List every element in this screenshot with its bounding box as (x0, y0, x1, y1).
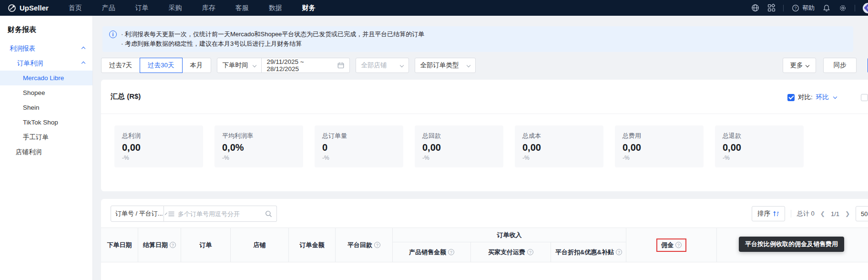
question-circle-icon[interactable] (374, 242, 380, 248)
col-order-date[interactable]: 下单日期 (101, 228, 138, 262)
col-order[interactable]: 订单 (181, 228, 231, 262)
sync-button[interactable]: 同步 (823, 58, 857, 73)
filter-row: 过去7天 过去30天 本月 下单时间 29/11/2025 ~ 28/12/20… (101, 58, 868, 73)
svg-text:?: ? (795, 6, 797, 10)
order-search-input[interactable] (178, 210, 262, 218)
nav-divider (855, 5, 855, 11)
user-avatar[interactable]: S (863, 3, 868, 13)
question-circle-icon[interactable] (527, 249, 533, 255)
more-button[interactable]: 更多 (783, 58, 816, 73)
col-settle-date[interactable]: 结算日期 (138, 228, 181, 262)
summary-card: 汇总 (R$) 对比: 环比 显 总利润 0,00 -% 平均利润率 (101, 80, 868, 191)
total-count: 总计 0 (797, 209, 815, 218)
commission-red-annotation-box: 佣金 (656, 239, 686, 252)
info-line-2: · 考虑到账单数据的稳定性，建议在本月3号以后进行上月财务结算 (121, 39, 424, 49)
search-icon[interactable] (265, 210, 272, 218)
language-globe-icon[interactable] (751, 4, 759, 12)
compare-mode-select[interactable]: 环比 (816, 93, 837, 102)
sidebar-item-mercado-libre[interactable]: Mercado Libre (0, 71, 92, 85)
info-icon (109, 31, 117, 38)
sort-button[interactable]: 排序 (752, 206, 785, 221)
sidebar-item-shop-profit[interactable]: 店铺利润 (0, 145, 92, 159)
sidebar-title: 财务报表 (0, 16, 92, 41)
quick-filter-last30days[interactable]: 过去30天 (140, 58, 183, 73)
nav-item-purchase[interactable]: 采购 (169, 4, 182, 12)
show-option-cut: 显 (861, 93, 868, 102)
help-button[interactable]: ? 帮助 (791, 4, 815, 12)
quick-filter-last7days[interactable]: 过去7天 (101, 58, 140, 73)
order-type-select[interactable]: 全部订单类型 (415, 58, 476, 73)
chevron-down-icon (252, 63, 256, 67)
nav-items: 首页 产品 订单 采购 库存 客服 数据 财务 (69, 4, 316, 12)
chevron-down-icon (805, 63, 809, 67)
chevron-up-icon (82, 46, 85, 50)
col-commission[interactable]: 佣金 (626, 228, 717, 262)
table-toolbar: 订单号 / 平台订... 排序 (111, 206, 868, 222)
apps-grid-icon[interactable] (767, 4, 776, 12)
nav-item-finance[interactable]: 财务 (302, 4, 316, 12)
date-range-input[interactable]: 29/11/2025 ~ 28/12/2025 (261, 58, 350, 73)
main-content: · 利润报表每天更新一次，仅统计前一天Mercado和Shopee平台状态为已发… (93, 16, 868, 280)
info-line-1: · 利润报表每天更新一次，仅统计前一天Mercado和Shopee平台状态为已发… (121, 30, 424, 39)
metric-card-total-payment: 总回款 0,00 -% (415, 125, 503, 167)
quick-date-segment: 过去7天 过去30天 本月 (101, 58, 211, 73)
metric-card-avg-profit-rate: 平均利润率 0,0% -% (214, 125, 303, 167)
sidebar-item-manual-orders[interactable]: 手工订单 (0, 130, 92, 145)
info-banner-text: · 利润报表每天更新一次，仅统计前一天Mercado和Shopee平台状态为已发… (121, 30, 424, 49)
metric-card-total-cost: 总成本 0,00 -% (515, 125, 603, 167)
time-type-select[interactable]: 下单时间 (217, 58, 262, 73)
page-size-select[interactable]: 50 (856, 206, 868, 221)
bell-icon[interactable] (822, 4, 831, 12)
metric-card-total-fees: 总费用 0,00 -% (615, 125, 704, 167)
col-platform-payment[interactable]: 平台回款 (336, 228, 393, 262)
col-shop[interactable]: 店铺 (231, 228, 289, 262)
avatar-diamond-icon: S (864, 3, 868, 12)
pagination: ❮ 1/1 ❯ (820, 210, 850, 218)
brand-name: UpSeller (20, 4, 49, 12)
sidebar-item-tiktok-shop[interactable]: TikTok Shop (0, 115, 92, 130)
brand[interactable]: UpSeller (8, 4, 49, 12)
nav-item-data[interactable]: 数据 (269, 4, 282, 12)
orders-table-card: 订单号 / 平台订... 排序 (101, 199, 868, 280)
chevron-down-icon (466, 63, 470, 67)
gear-icon[interactable] (838, 4, 847, 12)
shop-filter-select[interactable]: 全部店铺 (356, 58, 409, 73)
question-circle-icon[interactable] (448, 249, 454, 255)
next-page-icon[interactable]: ❯ (845, 210, 850, 217)
search-type-select[interactable]: 订单号 / 平台订... (111, 206, 164, 222)
question-circle-icon[interactable] (675, 242, 682, 248)
chevron-down-icon (399, 63, 403, 67)
sidebar-item-profit-report[interactable]: 利润报表 (0, 41, 92, 56)
metric-card-total-profit: 总利润 0,00 -% (114, 125, 203, 167)
prev-page-icon[interactable]: ❮ (820, 210, 825, 217)
question-circle-icon[interactable] (616, 249, 622, 255)
col-product-sales[interactable]: 产品销售金额 (393, 242, 471, 262)
chevron-down-icon (833, 95, 837, 99)
compare-checkbox-checked[interactable] (787, 94, 795, 101)
upseller-logo-icon (8, 4, 16, 12)
sidebar-item-shopee[interactable]: Shopee (0, 85, 92, 100)
group-header-order-income: 订单收入 (393, 228, 626, 242)
col-platform-discount[interactable]: 平台折扣&优惠&补贴 (551, 242, 626, 262)
help-label: 帮助 (802, 4, 815, 12)
summary-title: 汇总 (R$) (111, 92, 141, 101)
show-checkbox-unchecked[interactable] (861, 94, 868, 101)
quick-filter-this-month[interactable]: 本月 (182, 58, 211, 73)
col-order-amount[interactable]: 订单金额 (289, 228, 336, 262)
nav-item-home[interactable]: 首页 (69, 4, 82, 12)
filter-lines-icon (168, 211, 174, 217)
sidebar-item-shein[interactable]: Shein (0, 100, 92, 115)
chevron-up-icon (82, 61, 85, 65)
info-banner: · 利润报表每天更新一次，仅统计前一天Mercado和Shopee平台状态为已发… (102, 26, 853, 52)
commission-tooltip: 平台按比例收取的佣金及销售费用 (739, 237, 844, 252)
compare-control: 对比: 环比 (787, 93, 837, 102)
nav-item-orders[interactable]: 订单 (135, 4, 149, 12)
col-buyer-shipping[interactable]: 买家支付运费 (471, 242, 551, 262)
nav-item-service[interactable]: 客服 (235, 4, 249, 12)
sidebar-item-order-profit[interactable]: 订单利润 (0, 56, 92, 71)
compare-label: 对比: (798, 93, 813, 102)
nav-item-products[interactable]: 产品 (102, 4, 115, 12)
order-search-group: 订单号 / 平台订... (111, 206, 276, 222)
nav-item-inventory[interactable]: 库存 (202, 4, 215, 12)
question-circle-icon[interactable] (170, 242, 176, 248)
